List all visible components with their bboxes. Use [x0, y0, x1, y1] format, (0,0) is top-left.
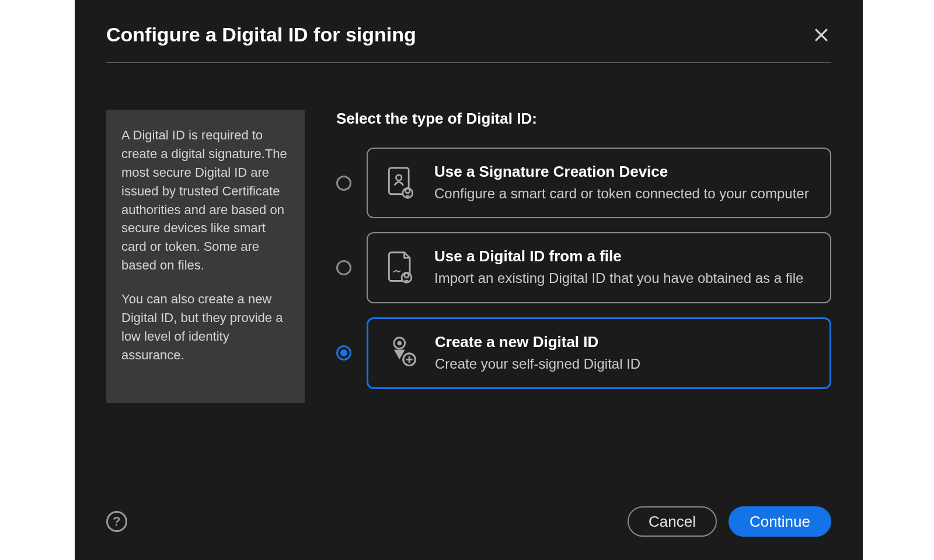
help-icon[interactable]: ? [106, 511, 127, 532]
dialog-body: A Digital ID is required to create a dig… [106, 110, 831, 403]
option-title: Use a Signature Creation Device [434, 163, 809, 181]
continue-label: Continue [750, 513, 810, 531]
option-title: Create a new Digital ID [435, 333, 640, 351]
option-title: Use a Digital ID from a file [434, 247, 803, 265]
option-card-from-file[interactable]: Use a Digital ID from a file Import an e… [367, 232, 831, 303]
option-text: Create a new Digital ID Create your self… [435, 333, 640, 373]
select-type-prompt: Select the type of Digital ID: [336, 110, 831, 128]
info-paragraph: You can also create a new Digital ID, bu… [121, 290, 290, 365]
radio-from-file[interactable] [336, 260, 351, 275]
dialog-title: Configure a Digital ID for signing [106, 23, 416, 46]
option-row-signature-device: Use a Signature Creation Device Configur… [336, 148, 831, 218]
option-card-create-new[interactable]: Create a new Digital ID Create your self… [367, 317, 831, 389]
cancel-label: Cancel [649, 513, 696, 531]
radio-create-new[interactable] [336, 345, 351, 360]
option-text: Use a Signature Creation Device Configur… [434, 163, 809, 203]
close-icon[interactable] [811, 25, 831, 45]
cancel-button[interactable]: Cancel [628, 506, 717, 537]
radio-signature-device[interactable] [336, 176, 351, 191]
info-panel: A Digital ID is required to create a dig… [106, 110, 305, 403]
option-desc: Configure a smart card or token connecte… [434, 184, 809, 203]
smartcard-icon [385, 166, 417, 201]
option-desc: Import an existing Digital ID that you h… [434, 269, 803, 288]
option-card-signature-device[interactable]: Use a Signature Creation Device Configur… [367, 148, 831, 218]
dialog-footer: ? Cancel Continue [106, 506, 831, 537]
file-id-icon [385, 250, 417, 285]
option-row-from-file: Use a Digital ID from a file Import an e… [336, 232, 831, 303]
option-row-create-new: Create a new Digital ID Create your self… [336, 317, 831, 389]
configure-digital-id-dialog: Configure a Digital ID for signing A Dig… [75, 0, 863, 560]
help-label: ? [113, 514, 120, 529]
svg-point-9 [398, 341, 402, 346]
svg-point-3 [396, 175, 402, 180]
info-paragraph: A Digital ID is required to create a dig… [121, 126, 290, 275]
continue-button[interactable]: Continue [729, 506, 831, 537]
footer-buttons: Cancel Continue [628, 506, 831, 537]
dialog-header: Configure a Digital ID for signing [106, 23, 831, 63]
option-text: Use a Digital ID from a file Import an e… [434, 247, 803, 288]
option-desc: Create your self-signed Digital ID [435, 355, 640, 373]
main-area: Select the type of Digital ID: [336, 110, 831, 403]
new-id-icon [386, 335, 417, 370]
